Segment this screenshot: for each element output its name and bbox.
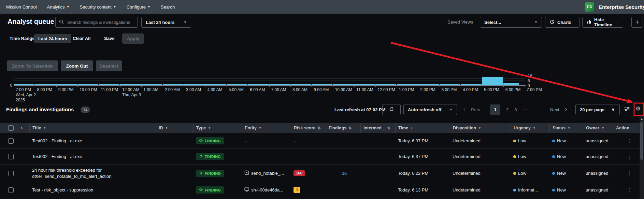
header-time[interactable]: Time↓ (395, 123, 450, 133)
chevron-down-icon: ▼ (113, 5, 116, 9)
save-button[interactable]: Save (104, 36, 114, 41)
auto-refresh-dropdown[interactable]: Auto-refresh off ▼ (403, 104, 457, 115)
risk-score-badge: 1 (294, 187, 300, 193)
entity-name[interactable]: sh-i-00de46da... (251, 187, 283, 193)
row-checkbox[interactable] (8, 138, 14, 144)
add-button[interactable]: + (631, 17, 643, 28)
time-range-chip[interactable]: Last 24 hours (34, 34, 71, 43)
status-dot (552, 155, 555, 158)
nav-item-analytics[interactable]: Analytics▼ (47, 4, 70, 10)
page-number-3[interactable]: 3 (514, 107, 517, 112)
axis-tick (77, 85, 78, 87)
status-dot (552, 172, 555, 175)
cell-owner: unassigned (583, 149, 613, 164)
device-icon (244, 187, 249, 193)
header-entity[interactable]: Entity▼ (242, 123, 291, 133)
zoom-to-selection-button[interactable]: Zoom To Selection (7, 60, 58, 71)
hide-timeline-button[interactable]: Hide Timeline (582, 17, 623, 28)
next-page-icon[interactable]: › (565, 106, 567, 112)
row-actions-kebab-icon[interactable]: ⋮ (616, 187, 632, 193)
header-id[interactable]: ID▼ (156, 123, 193, 133)
header-status[interactable]: Status▼ (549, 123, 583, 133)
pagination-ellipsis[interactable]: ⋯ (523, 107, 527, 112)
owner-value: unassigned (586, 138, 609, 143)
cell-findings (326, 182, 360, 198)
timeline-bar (35, 84, 56, 85)
entity-name: -- (244, 138, 247, 143)
row-checkbox[interactable] (8, 171, 14, 176)
header-risk[interactable]: Risk score⇅ (291, 123, 326, 133)
header-type[interactable]: Type▼ (193, 123, 242, 133)
chevron-down-icon: ▼ (449, 108, 453, 111)
row-title[interactable]: Test002 - Finding - at.exe (32, 138, 82, 144)
row-actions-kebab-icon[interactable]: ⋮ (616, 170, 632, 176)
timeline-bar (375, 84, 396, 85)
clear-all-button[interactable]: Clear All (73, 36, 90, 41)
header-disposition[interactable]: Disposition▼ (450, 123, 511, 133)
findings-count-link[interactable]: 16 (328, 171, 360, 176)
row-actions-kebab-icon[interactable]: ⋮ (616, 154, 632, 160)
prev-page-button[interactable]: Prev (471, 107, 480, 112)
cell-owner: unassigned (583, 133, 613, 148)
row-checkbox[interactable] (8, 187, 14, 193)
x-tick-label: 3:00 AM (186, 87, 201, 92)
entity-name: -- (244, 154, 247, 159)
cell-urgency: Informat... (511, 182, 549, 198)
nav-item-security-content[interactable]: Security content▼ (80, 4, 116, 10)
table-row[interactable]: Test - risk_object - suppressionFINDINGs… (0, 182, 644, 198)
apply-button[interactable]: Apply (122, 33, 144, 44)
timeline-bar (290, 84, 311, 85)
scrollbar-thumb[interactable] (640, 122, 643, 160)
table-row[interactable]: Test002 - Finding - at.exeFINDING----Tod… (0, 133, 644, 149)
page-number-2[interactable]: 2 (506, 107, 509, 112)
search-input[interactable] (67, 19, 134, 25)
next-page-button[interactable]: Next (550, 107, 559, 112)
table-settings-gear-icon[interactable]: ⚙ (635, 106, 641, 112)
entity-name[interactable]: send_notable_... (251, 171, 284, 176)
cell-intermed (360, 182, 395, 198)
per-page-dropdown[interactable]: 20 per page ▼ (575, 104, 620, 115)
header-findings[interactable]: Findings⇅ (326, 123, 360, 133)
timeline-bar (227, 84, 247, 86)
cell-risk: 160 (291, 165, 326, 182)
cell-status: New (549, 165, 583, 182)
row-checkbox[interactable] (8, 154, 14, 159)
timeline-bar (56, 84, 77, 86)
column-filter-icon[interactable] (624, 106, 630, 113)
charts-button[interactable]: Charts (545, 17, 579, 28)
sort-icon: ▼ (208, 126, 211, 130)
prev-page-icon[interactable]: ‹ (463, 106, 465, 112)
chevron-down-icon: ▼ (147, 5, 151, 9)
page-number-1[interactable]: 1 (490, 104, 500, 115)
cell-time: Today, 6:22 PM (395, 165, 450, 182)
header-owner[interactable]: Owner▼ (583, 123, 613, 133)
saved-views-select[interactable]: Select... ▼ (480, 17, 542, 28)
deselect-button[interactable]: Deselect (96, 60, 122, 71)
vertical-scrollbar[interactable]: ▲ (640, 116, 644, 199)
header-urgency[interactable]: Urgency▼ (511, 123, 549, 133)
time-range-dropdown[interactable]: Last 24 hours ▼ (141, 17, 191, 28)
row-actions-kebab-icon[interactable]: ⋮ (616, 138, 632, 144)
row-title[interactable]: Test002 - Finding - at.exe (32, 154, 82, 160)
row-title[interactable]: Test - risk_object - suppression (32, 187, 93, 193)
refresh-button[interactable] (382, 104, 401, 115)
header-title[interactable]: Title▼ (29, 123, 156, 133)
header-action: Action (613, 123, 643, 133)
select-all-checkbox[interactable] (8, 125, 14, 131)
header-select[interactable] (5, 123, 18, 133)
expand-column-icon[interactable]: › (21, 125, 23, 131)
analyst-queue-page: Mission ControlAnalytics▼Security conten… (0, 0, 644, 199)
zoom-out-button[interactable]: Zoom Out (61, 60, 93, 71)
app-icon (244, 170, 249, 176)
row-title[interactable]: 24 hour risk threshold exceeded for othe… (32, 167, 152, 179)
table-row[interactable]: 24 hour risk threshold exceeded for othe… (0, 165, 644, 182)
nav-item-configure[interactable]: Configure▼ (127, 4, 151, 10)
cell-urgency: Low (511, 165, 549, 182)
saved-views-label: Saved Views (447, 19, 473, 25)
nav-item-search[interactable]: Search (161, 4, 175, 10)
header-intermed[interactable]: Intermed...⇅ (360, 123, 395, 133)
search-box[interactable] (55, 17, 138, 28)
table-row[interactable]: Test002 - Finding - at.exeFINDING----Tod… (0, 149, 644, 165)
scroll-up-icon[interactable]: ▲ (640, 116, 644, 120)
nav-item-mission-control[interactable]: Mission Control (6, 4, 37, 10)
